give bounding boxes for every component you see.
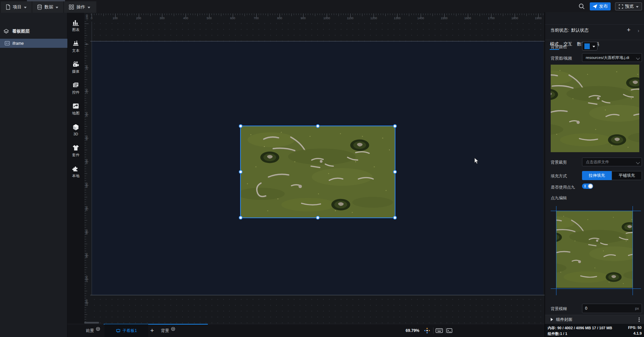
menu-operations[interactable]: 操作 [64, 1, 96, 13]
dashboard-bottom-edge [90, 295, 545, 295]
component-toolbox: 图表 文本 媒体 控件 地图 3D 套件 本地 [67, 13, 84, 337]
preview-button[interactable]: 预览 [615, 2, 642, 10]
fill-tile-option[interactable]: 平铺填充 [612, 171, 642, 180]
inspector-panel: 当前状态: 默认状态 + › 样式 交互 数据 代码 背景颜色 背景图/视频 r… [545, 12, 644, 337]
ruler-label: 1500 [437, 16, 452, 20]
publish-button[interactable]: 发布 [590, 2, 611, 10]
ruler-label: 1000 [85, 274, 89, 284]
ruler-label: 1300 [390, 16, 405, 20]
state-value: 默认状态 [571, 27, 589, 33]
board-easel-icon [116, 329, 121, 333]
ruler-label: 1600 [460, 16, 475, 20]
divider [545, 24, 644, 25]
chevron-down-icon [56, 7, 58, 8]
database-icon [37, 4, 42, 10]
fps-stat: FPS: 50 [628, 326, 642, 331]
add-page-button[interactable]: + [150, 324, 154, 337]
resize-handle-nw[interactable] [239, 124, 243, 128]
horizontal-scrollbar[interactable] [84, 322, 99, 324]
keyboard-icon[interactable] [436, 327, 443, 334]
menu-label: 项目 [13, 4, 22, 10]
circle-plus-icon[interactable] [171, 327, 175, 331]
nine-patch-guide-left[interactable] [556, 206, 556, 295]
resize-handle-w[interactable] [239, 170, 243, 174]
nine-patch-guide-right[interactable] [633, 206, 633, 295]
bg-crop-select[interactable]: 点击选择文件 [582, 158, 642, 166]
nine-patch-guide-bottom[interactable] [551, 289, 641, 289]
tool-text[interactable]: 文本 [67, 37, 84, 56]
resize-handle-n[interactable] [316, 124, 320, 128]
resize-handle-s[interactable] [316, 216, 320, 220]
tool-local[interactable]: 本地 [67, 162, 84, 181]
publish-label: 发布 [599, 3, 608, 9]
top-menu-bar: 项目 数据 操作 发布 [0, 0, 644, 13]
nine-patch-editor[interactable] [556, 211, 633, 288]
layers-panel-title: 看板图层 [12, 28, 30, 34]
bg-crop-placeholder: 点击选择文件 [586, 160, 609, 165]
canvas-viewport[interactable]: -100 01002003004005006007008009001000110… [84, 13, 545, 324]
bg-image-select[interactable]: resources/大面积草地.j.di [582, 53, 642, 62]
subboard-tab-label: 子看板1 [123, 328, 137, 334]
divider [545, 40, 644, 40]
background-tab[interactable]: 背景 [161, 324, 175, 337]
selected-image-element[interactable] [241, 126, 395, 217]
grass-image [241, 126, 395, 217]
nine-patch-toggle[interactable] [582, 183, 593, 189]
ruler-label: 700 [85, 203, 89, 214]
panel-list-icon [72, 82, 79, 89]
component-count-stat: 组件数:1 / 1 [548, 331, 567, 336]
tool-charts[interactable]: 图表 [67, 16, 84, 35]
bg-color-picker[interactable] [582, 42, 598, 50]
fit-to-screen-icon[interactable] [423, 327, 431, 334]
add-state-icon[interactable]: + [627, 27, 631, 33]
ruler-label: 600 [225, 16, 240, 20]
circle-plus-icon[interactable] [96, 327, 100, 331]
component-cover-section[interactable]: 组件封面 [545, 315, 644, 324]
layers-panel: 看板图层 iframe [0, 13, 67, 337]
ink-pen-icon [72, 40, 79, 47]
bg-blur-input[interactable]: 0 px [582, 304, 642, 313]
vertical-ruler: 010020030040050060070080090010001100 [84, 22, 90, 324]
tool-label: 地图 [72, 111, 79, 116]
search-icon[interactable] [578, 3, 585, 10]
ruler-label: 1800 [507, 16, 522, 20]
terminal-icon[interactable] [446, 327, 453, 334]
nine-patch-guide-top[interactable] [551, 211, 641, 211]
video-camera-icon [72, 61, 79, 68]
state-label: 当前状态: [550, 27, 569, 33]
more-options-icon[interactable] [639, 317, 640, 322]
layer-item-iframe[interactable]: iframe [0, 39, 67, 48]
menu-label: 数据 [44, 4, 53, 10]
resize-handle-se[interactable] [393, 216, 397, 220]
ruler-label: 0 [84, 16, 99, 20]
tool-label: 本地 [72, 173, 79, 178]
resize-handle-ne[interactable] [393, 124, 397, 128]
foreground-tab[interactable]: 前景 [86, 324, 100, 337]
tool-map[interactable]: 地图 [67, 100, 84, 119]
tshirt-icon [72, 144, 79, 151]
collapse-arrow-icon [551, 318, 553, 321]
resize-handle-e[interactable] [393, 170, 397, 174]
ruler-label: 1200 [366, 16, 381, 20]
menu-project[interactable]: 项目 [1, 1, 32, 13]
chevron-right-icon[interactable]: › [638, 28, 639, 33]
ruler-label: 1100 [343, 16, 358, 20]
ruler-label: 100 [85, 62, 89, 73]
tool-kits[interactable]: 套件 [67, 141, 84, 160]
subboard-tab-active[interactable]: 子看板1 [104, 324, 148, 337]
fill-stretch-option[interactable]: 拉伸填充 [582, 171, 612, 180]
tool-controls[interactable]: 控件 [67, 79, 84, 98]
ruler-label: 200 [131, 16, 146, 20]
toggle-on-mark [585, 185, 585, 188]
tool-label: 套件 [72, 153, 79, 158]
menu-data[interactable]: 数据 [32, 1, 63, 13]
ruler-label: 300 [85, 109, 89, 120]
iframe-icon [5, 41, 10, 45]
tool-media[interactable]: 媒体 [67, 58, 84, 77]
paper-plane-icon [593, 4, 597, 9]
bg-image-label: 背景图/视频 [551, 56, 572, 61]
resize-handle-sw[interactable] [239, 216, 243, 220]
tool-3d[interactable]: 3D [67, 121, 84, 139]
workspace[interactable] [90, 22, 545, 324]
fill-mode-label: 填充方式 [551, 173, 567, 179]
